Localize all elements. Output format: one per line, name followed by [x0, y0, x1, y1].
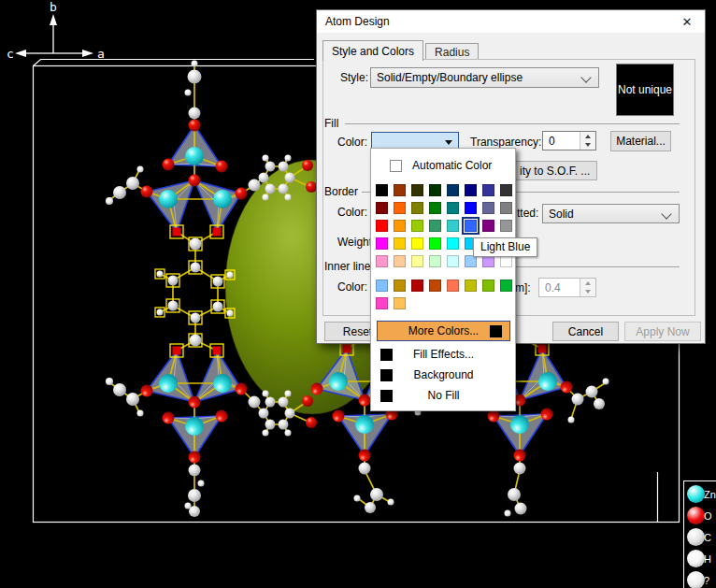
color-swatch[interactable] [376, 280, 388, 292]
zn4o-cluster-top-left [141, 120, 248, 239]
color-swatch[interactable] [376, 202, 388, 214]
color-swatch[interactable] [429, 255, 441, 267]
color-swatch[interactable] [411, 202, 423, 214]
color-picker-panel: Automatic Color More Colors... Fill Effe… [370, 148, 516, 411]
dotted-select[interactable]: Solid [542, 204, 680, 223]
color-swatch[interactable] [429, 202, 441, 214]
color-swatch[interactable] [500, 280, 512, 292]
close-icon[interactable]: ✕ [675, 12, 699, 31]
legend-item: H [687, 550, 711, 567]
legend-element-symbol: Zn [704, 489, 716, 500]
color-swatch[interactable] [376, 297, 388, 309]
transparency-stepper[interactable]: 0 [542, 131, 596, 151]
color-swatch[interactable] [411, 237, 423, 250]
color-swatch[interactable] [500, 202, 512, 214]
tab-style-and-colors[interactable]: Style and Colors [322, 40, 423, 61]
color-swatch[interactable] [376, 220, 388, 232]
color-swatch[interactable] [394, 297, 406, 309]
border-color-label: Color: [337, 206, 367, 219]
color-swatch[interactable] [394, 237, 406, 250]
legend-item: O [687, 507, 712, 524]
legend-element-symbol: O [704, 510, 712, 522]
color-swatch[interactable] [447, 202, 459, 214]
background-item[interactable]: Background [377, 366, 510, 384]
legend-element-symbol: ? [704, 575, 709, 586]
color-swatch[interactable] [482, 202, 494, 214]
tab-bar: Style and Colors Radius [322, 40, 479, 60]
style-select[interactable]: Solid/Empty/Boundary ellipse [370, 67, 599, 88]
no-fill-item[interactable]: No Fill [377, 386, 510, 405]
color-swatch[interactable] [411, 255, 423, 267]
fill-effects-item[interactable]: Fill Effects... [377, 345, 510, 364]
color-swatch[interactable] [429, 280, 441, 292]
color-swatch[interactable] [447, 255, 459, 267]
checkbox-icon[interactable] [390, 160, 402, 172]
automatic-color-option[interactable]: Automatic Color [390, 159, 492, 172]
style-label: Style: [340, 71, 368, 84]
axis-label-c: c [7, 47, 14, 61]
color-swatch[interactable] [394, 255, 406, 267]
atom-sphere-icon [687, 485, 705, 503]
color-swatch[interactable] [411, 280, 423, 292]
atom-sphere-icon [687, 571, 705, 588]
color-swatch[interactable] [394, 184, 406, 196]
color-swatch[interactable] [465, 184, 477, 196]
color-swatch[interactable] [447, 220, 459, 232]
color-swatch[interactable] [465, 202, 477, 214]
dropdown-arrow-icon [445, 140, 452, 145]
axis-label-a: a [97, 47, 105, 61]
axis-label-b: b [50, 0, 57, 14]
atom-preview: Not unique [616, 64, 674, 116]
color-swatch[interactable] [429, 220, 441, 232]
color-swatch[interactable] [447, 184, 459, 196]
color-swatch[interactable] [376, 184, 388, 196]
color-swatch[interactable] [482, 220, 494, 232]
color-swatch[interactable] [394, 220, 406, 232]
color-swatch[interactable] [411, 220, 423, 232]
application-window: b a c ZnOCH? Atom Design ✕ Style and Col… [0, 0, 716, 588]
spin-up-icon [585, 135, 591, 138]
color-swatch[interactable] [376, 237, 388, 250]
dotted-label: tted: [517, 207, 538, 220]
color-swatch[interactable] [429, 237, 441, 250]
color-swatch[interactable] [482, 184, 494, 196]
color-swatch[interactable] [447, 280, 459, 292]
legend-item: Zn [687, 485, 716, 503]
fill-effects-icon [380, 349, 393, 361]
color-swatch[interactable] [465, 220, 477, 232]
color-swatch[interactable] [500, 220, 512, 232]
color-swatch[interactable] [394, 202, 406, 214]
dialog-titlebar[interactable]: Atom Design ✕ [317, 10, 705, 33]
no-fill-icon [380, 390, 393, 402]
material-button[interactable]: Material... [610, 131, 671, 151]
current-color-swatch-icon [490, 325, 502, 337]
transparency-label: Transparency: [470, 136, 541, 149]
more-colors-item[interactable]: More Colors... [377, 321, 510, 341]
color-swatch[interactable] [500, 184, 512, 196]
color-swatch[interactable] [482, 280, 494, 292]
chevron-down-icon [580, 72, 591, 82]
spin-down-icon [585, 143, 591, 147]
cancel-button[interactable]: Cancel [552, 322, 619, 341]
fill-color-label: Color: [337, 136, 367, 149]
apply-now-button[interactable]: Apply Now [624, 322, 701, 341]
inner-width-stepper[interactable]: 0.4 [538, 278, 596, 297]
spin-up-icon [585, 281, 591, 285]
chevron-down-icon [661, 208, 671, 219]
color-swatch[interactable] [465, 280, 477, 292]
color-swatch[interactable] [394, 280, 406, 292]
orientation-axes: b a c [7, 0, 105, 61]
color-tooltip: Light Blue [473, 237, 537, 257]
legend-item: ? [687, 571, 709, 588]
color-swatch[interactable] [376, 255, 388, 267]
atom-sphere-icon [687, 507, 705, 524]
legend-item: C [687, 528, 711, 546]
color-swatch[interactable] [411, 184, 423, 196]
zn4o-cluster-bottom-left [141, 344, 248, 464]
color-swatch[interactable] [429, 184, 441, 196]
color-swatch[interactable] [447, 237, 459, 250]
tab-radius[interactable]: Radius [425, 43, 479, 60]
inner-line-group-label: Inner line [324, 260, 370, 273]
spin-down-icon [585, 290, 591, 294]
background-icon [380, 369, 393, 381]
